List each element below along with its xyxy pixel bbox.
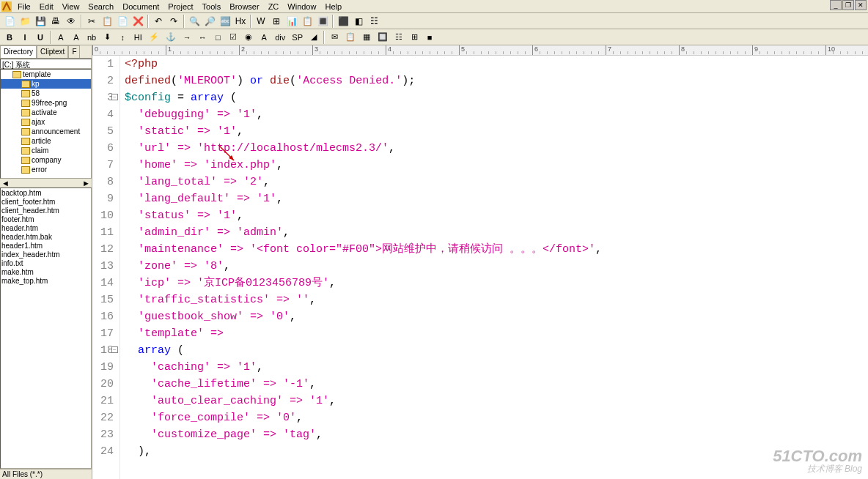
- format-btn[interactable]: I: [18, 30, 32, 45]
- menu-document[interactable]: Document: [118, 1, 163, 12]
- tree-item[interactable]: claim: [1, 146, 91, 155]
- tree-item[interactable]: error: [1, 165, 91, 174]
- menu-search[interactable]: Search: [84, 1, 118, 12]
- file-item[interactable]: make_top.htm: [1, 277, 90, 286]
- menu-project[interactable]: Project: [163, 1, 197, 12]
- code-line[interactable]: 'lang_default' => '1',: [125, 190, 868, 207]
- toolbar-btn[interactable]: Hx: [233, 14, 248, 29]
- tree-item[interactable]: announcement: [1, 127, 91, 136]
- toolbar-btn[interactable]: 🖶: [48, 14, 63, 29]
- toolbar-btn[interactable]: ⊞: [269, 14, 284, 29]
- toolbar-btn[interactable]: ☷: [367, 14, 381, 29]
- toolbar-btn[interactable]: 💾: [33, 14, 48, 29]
- format-btn[interactable]: ✉: [327, 30, 342, 45]
- format-btn[interactable]: B: [2, 30, 17, 45]
- menu-browser[interactable]: Browser: [225, 1, 263, 12]
- format-btn[interactable]: nb: [84, 30, 99, 45]
- code-line[interactable]: 'status' => '1',: [125, 207, 868, 224]
- code-line[interactable]: 'admin_dir' => 'admin',: [125, 224, 868, 241]
- toolbar-btn[interactable]: W: [254, 14, 268, 29]
- format-btn[interactable]: ☷: [391, 30, 406, 45]
- file-item[interactable]: client_header.htm: [1, 207, 90, 215]
- code-line[interactable]: 'force_compile' => '0',: [125, 409, 868, 426]
- menu-file[interactable]: File: [13, 1, 35, 12]
- code-line[interactable]: 'traffic_statistics' => '',: [125, 292, 868, 308]
- sidebar-tab-directory[interactable]: Directory: [0, 45, 37, 58]
- toolbar-btn[interactable]: 📋: [300, 14, 315, 29]
- format-btn[interactable]: ⚡: [146, 30, 162, 45]
- code-line[interactable]: 'maintenance' => '<font color="#F00">网站维…: [125, 241, 868, 258]
- toolbar-btn[interactable]: 📄: [115, 14, 130, 29]
- tree-item[interactable]: activate: [1, 108, 91, 117]
- file-item[interactable]: header1.htm: [1, 242, 90, 250]
- format-btn[interactable]: ⊞: [407, 30, 422, 45]
- menu-edit[interactable]: Edit: [35, 1, 58, 12]
- toolbar-btn[interactable]: ✂: [84, 14, 99, 29]
- code-line[interactable]: 'static' => '1',: [125, 123, 868, 140]
- code-line[interactable]: 'customize_page' => 'tag',: [125, 426, 868, 443]
- code-line[interactable]: 'template' =>: [125, 325, 868, 342]
- format-btn[interactable]: 🔲: [375, 30, 391, 45]
- format-btn[interactable]: ⚓: [163, 30, 179, 45]
- sidebar-filter[interactable]: All Files (*.*): [0, 469, 92, 479]
- format-btn[interactable]: ◉: [241, 30, 256, 45]
- toolbar-btn[interactable]: ↷: [166, 14, 181, 29]
- file-list[interactable]: backtop.htmclient_footer.htmclient_heade…: [0, 187, 92, 469]
- toolbar-btn[interactable]: ◧: [351, 14, 366, 29]
- format-btn[interactable]: A: [54, 30, 68, 45]
- menu-help[interactable]: Help: [320, 1, 346, 12]
- file-item[interactable]: index_header.htm: [1, 250, 90, 259]
- format-btn[interactable]: ↕: [115, 30, 130, 45]
- toolbar-btn[interactable]: 📊: [284, 14, 299, 29]
- tree-item[interactable]: article: [1, 136, 91, 146]
- code-line[interactable]: defined('MLEROOT') or die('Access Denied…: [125, 73, 868, 89]
- format-btn[interactable]: div: [272, 30, 288, 45]
- file-item[interactable]: header.htm.bak: [1, 233, 90, 242]
- toolbar-btn[interactable]: 👁: [64, 14, 78, 29]
- file-item[interactable]: header.htm: [1, 224, 90, 233]
- toolbar-btn[interactable]: 📋: [100, 14, 114, 29]
- format-btn[interactable]: ▦: [359, 30, 374, 45]
- fold-icon[interactable]: −: [111, 346, 118, 353]
- format-btn[interactable]: A: [257, 30, 271, 45]
- format-btn[interactable]: ☑: [226, 30, 240, 45]
- code-line[interactable]: 'home' => 'index.php',: [125, 157, 868, 174]
- code-line[interactable]: $config = array (: [125, 89, 868, 106]
- path-selector[interactable]: [C:] 系统: [0, 59, 92, 69]
- format-btn[interactable]: ⬇: [100, 30, 114, 45]
- menu-view[interactable]: View: [58, 1, 84, 12]
- menu-tools[interactable]: Tools: [198, 1, 226, 12]
- menu-zc[interactable]: ZC: [264, 1, 284, 12]
- format-btn[interactable]: A: [69, 30, 84, 45]
- fold-icon[interactable]: −: [111, 94, 118, 100]
- toolbar-btn[interactable]: 🔎: [202, 14, 217, 29]
- format-btn[interactable]: 📋: [342, 30, 358, 45]
- tree-item[interactable]: template: [1, 70, 91, 79]
- tree-item[interactable]: kp: [1, 79, 91, 89]
- folder-tree[interactable]: templatekp5899free-pngactivateajaxannoun…: [0, 69, 92, 179]
- code-line[interactable]: <?php: [125, 56, 868, 73]
- toolbar-btn[interactable]: 🔍: [187, 14, 202, 29]
- code-line[interactable]: 'auto_clear_caching' => '1',: [125, 393, 868, 409]
- close-button[interactable]: ✕: [855, 0, 867, 10]
- file-item[interactable]: footer.htm: [1, 215, 90, 224]
- tree-scroll[interactable]: ◄►: [0, 179, 92, 187]
- toolbar-btn[interactable]: ↶: [151, 14, 166, 29]
- format-btn[interactable]: U: [33, 30, 48, 45]
- file-item[interactable]: client_footer.htm: [1, 198, 90, 207]
- code-line[interactable]: 'lang_total' => '2',: [125, 174, 868, 190]
- format-btn[interactable]: ◢: [306, 30, 321, 45]
- tree-item[interactable]: company: [1, 155, 91, 165]
- code-area[interactable]: 123−456▶789101112131415161718−1920212223…: [92, 56, 868, 479]
- toolbar-btn[interactable]: 🔳: [315, 14, 330, 29]
- code-line[interactable]: array (: [125, 342, 868, 359]
- format-btn[interactable]: HI: [130, 30, 145, 45]
- toolbar-btn[interactable]: 📄: [2, 14, 17, 29]
- toolbar-btn[interactable]: 📁: [18, 14, 32, 29]
- code-line[interactable]: 'debugging' => '1',: [125, 106, 868, 123]
- code-line[interactable]: 'icp' => '京ICP备0123456789号',: [125, 275, 868, 292]
- tree-item[interactable]: ajax: [1, 117, 91, 127]
- format-btn[interactable]: SP: [289, 30, 306, 45]
- restore-button[interactable]: ❐: [842, 0, 854, 10]
- code-line[interactable]: 'url' => 'http://localhost/mlecms2.3/',: [125, 140, 868, 157]
